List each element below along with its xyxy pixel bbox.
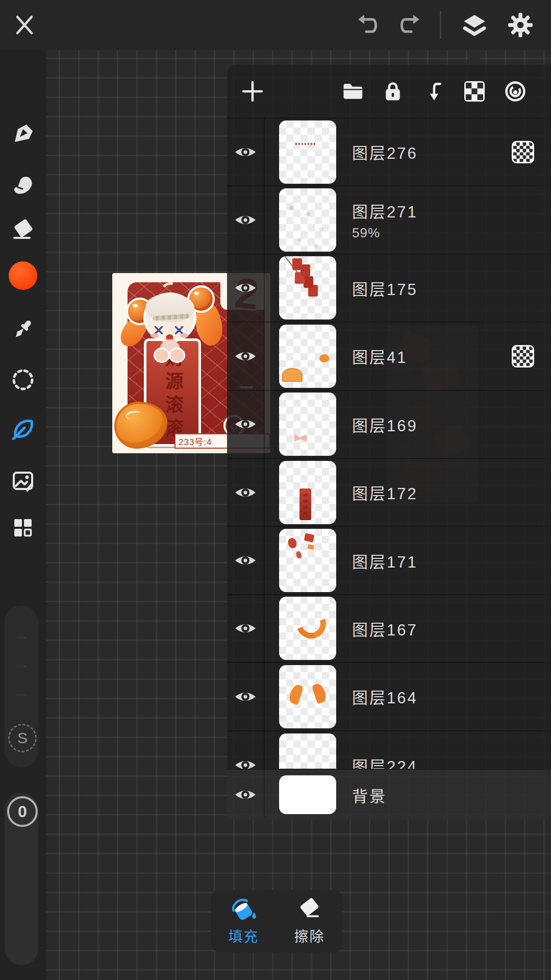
fill-button[interactable]: 填充 xyxy=(211,890,277,952)
alpha-checker-button[interactable] xyxy=(463,80,486,103)
layer-row[interactable]: 图层164 xyxy=(227,662,551,730)
redo-icon xyxy=(397,13,421,37)
eye-icon xyxy=(234,415,257,433)
layer-row[interactable]: 图层175 xyxy=(227,254,551,322)
close-button[interactable] xyxy=(11,12,38,38)
alpha-lock-badge[interactable] xyxy=(512,141,534,163)
layer-opacity: 59% xyxy=(352,225,418,241)
paint-bucket-icon xyxy=(230,897,258,923)
eye-icon xyxy=(234,211,257,229)
toolbar-divider xyxy=(440,11,441,39)
erase-button-label: 擦除 xyxy=(294,925,324,946)
eye-icon xyxy=(234,688,257,705)
layer-row[interactable]: 图层224 xyxy=(227,730,551,769)
layer-visibility-toggle[interactable] xyxy=(227,415,264,433)
layer-thumbnail[interactable] xyxy=(279,529,336,592)
layer-name: 图层169 xyxy=(352,413,418,436)
layer-visibility-toggle[interactable] xyxy=(227,620,264,637)
layer-row[interactable]: 背景 xyxy=(227,769,551,820)
layer-thumbnail[interactable] xyxy=(279,256,336,320)
layer-name: 图层175 xyxy=(352,277,418,300)
layers-panel: 图层276 图层271 59% xyxy=(227,65,551,820)
active-color-swatch[interactable] xyxy=(9,261,37,290)
import-image-tool[interactable] xyxy=(10,468,36,494)
layer-thumbnail[interactable] xyxy=(279,325,336,388)
import-image-icon xyxy=(11,469,35,493)
eye-icon xyxy=(234,620,257,637)
leaf-icon xyxy=(11,416,35,440)
merge-down-button[interactable] xyxy=(422,80,445,103)
layer-lock-button[interactable] xyxy=(382,80,404,103)
layer-row[interactable]: 图层271 59% xyxy=(227,185,551,253)
brush-icon xyxy=(11,121,35,144)
eraser-action-icon xyxy=(295,897,324,923)
layer-folder-button[interactable] xyxy=(341,80,363,103)
eraser-tool[interactable] xyxy=(10,216,36,242)
slider-s-badge[interactable]: S xyxy=(8,724,37,752)
lasso-icon xyxy=(11,368,35,391)
panel-notch xyxy=(463,53,486,66)
layer-visibility-toggle[interactable] xyxy=(227,348,264,365)
layer-visibility-toggle[interactable] xyxy=(227,756,264,769)
layer-thumbnail[interactable] xyxy=(279,597,336,660)
layer-visibility-toggle[interactable] xyxy=(227,143,264,161)
smudge-icon xyxy=(11,172,35,195)
lasso-select-tool[interactable] xyxy=(10,367,36,393)
add-layer-button[interactable] xyxy=(241,80,264,103)
app-screen: 2 新喜 春新取 ◇ 财源滚滚 xyxy=(0,0,551,980)
layer-row[interactable]: 图层171 xyxy=(227,526,551,594)
undo-button[interactable] xyxy=(355,12,382,38)
alpha-checker-icon xyxy=(464,81,485,102)
eye-icon xyxy=(234,279,257,297)
layer-row[interactable]: 图层41 xyxy=(227,322,551,389)
alpha-lock-badge[interactable] xyxy=(512,345,534,368)
eyedropper-tool[interactable] xyxy=(10,316,36,342)
layer-thumbnail[interactable] xyxy=(279,733,336,769)
redo-button[interactable] xyxy=(396,12,422,38)
erase-button[interactable]: 擦除 xyxy=(277,890,342,952)
leaf-brush-tool[interactable] xyxy=(10,415,36,441)
character-blush-right xyxy=(180,333,188,338)
character-hand-left xyxy=(154,348,170,363)
layer-row[interactable]: 图层172 xyxy=(227,458,551,526)
layer-thumbnail[interactable] xyxy=(279,461,336,524)
layout-grid-tool[interactable] xyxy=(10,515,36,541)
layer-thumbnail[interactable] xyxy=(279,393,336,456)
fill-button-label: 填充 xyxy=(228,925,259,946)
layer-name: 图层167 xyxy=(352,617,418,640)
layer-visibility-toggle[interactable] xyxy=(227,786,264,803)
folder-icon xyxy=(341,80,363,103)
layers-panel-button[interactable] xyxy=(461,12,488,38)
layers-list: 图层276 图层271 59% xyxy=(227,117,551,820)
top-toolbar xyxy=(0,0,551,50)
layer-row[interactable]: 图层169 xyxy=(227,390,551,458)
character-hand-right xyxy=(169,348,185,363)
layer-visibility-toggle[interactable] xyxy=(227,552,264,569)
eye-icon xyxy=(234,348,257,365)
layer-row[interactable]: 图层276 xyxy=(227,117,551,185)
settings-button[interactable] xyxy=(507,12,534,38)
undo-icon xyxy=(356,13,381,37)
eye-icon xyxy=(234,484,257,501)
layer-thumbnail[interactable] xyxy=(279,120,336,184)
brush-tool[interactable] xyxy=(10,120,36,145)
layer-thumbnail[interactable] xyxy=(279,665,336,728)
bottom-action-bar: 填充 擦除 xyxy=(211,890,342,952)
layer-visibility-toggle[interactable] xyxy=(227,279,264,297)
slider-zero-badge[interactable]: 0 xyxy=(7,796,38,827)
layer-visibility-toggle[interactable] xyxy=(227,688,264,705)
layer-visibility-toggle[interactable] xyxy=(227,484,264,501)
layer-name: 背景 xyxy=(352,783,387,806)
character-blush-left xyxy=(151,333,159,338)
layer-thumbnail[interactable] xyxy=(279,188,336,252)
gear-icon xyxy=(508,12,533,38)
layer-name: 图层164 xyxy=(352,685,418,708)
artwork-character xyxy=(130,284,212,366)
spiral-button[interactable] xyxy=(504,80,527,103)
eye-icon xyxy=(234,756,257,769)
smudge-tool[interactable] xyxy=(10,170,36,196)
layer-visibility-toggle[interactable] xyxy=(227,211,264,229)
layer-row[interactable]: 图层167 xyxy=(227,594,551,662)
layer-thumbnail[interactable] xyxy=(279,775,336,814)
layer-name: 图层172 xyxy=(352,481,418,504)
